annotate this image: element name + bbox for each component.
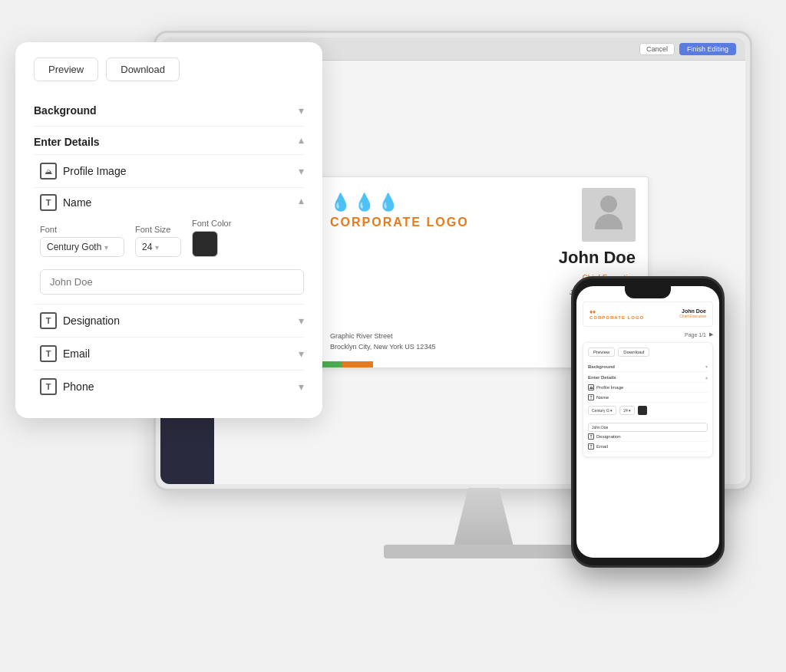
name-chevron-icon: ▾ [299,196,304,209]
profile-image-row[interactable]: ⛰ Profile Image ▾ [34,155,304,188]
phone-name-icon: T [588,394,594,400]
card-avatar [582,188,636,242]
drop-icon-3: 💧 [378,193,398,212]
download-button[interactable]: Download [106,58,180,81]
phone-label: Phone [63,380,94,393]
cancel-button[interactable]: Cancel [639,43,675,55]
phone-panel-header-btns: Preview Download [588,348,708,357]
email-left: T Email [40,345,90,362]
phone-background-chevron-icon: ▾ [705,364,708,369]
phone-font-select[interactable]: Century G ▾ [588,406,616,415]
phone-font-controls: Century G ▾ 24 ▾ [588,406,708,415]
email-row[interactable]: T Email ▾ [34,338,304,371]
name-input[interactable] [40,269,304,295]
font-size-label: Font Size [135,225,181,234]
phone-logo-icons: ♦♦ [590,308,671,315]
phone-background-label: Background [588,364,615,369]
name-left: T Name [40,194,91,211]
enter-details-header[interactable]: Enter Details ▾ [34,127,304,155]
phone-card-right: John Doe Chief Executive [675,308,706,318]
phone-color-swatch[interactable] [638,406,647,415]
background-label: Background [34,104,97,117]
phone-card-left: ♦♦ CORPORATE LOGO [590,308,671,320]
font-size-chevron-icon: ▾ [155,243,159,252]
phone-card-title: Chief Executive [675,314,706,318]
email-icon: T [40,345,57,362]
phone-card-preview: ♦♦ CORPORATE LOGO John Doe Chief Executi… [583,301,713,327]
phone-row[interactable]: T Phone ▾ [34,371,304,403]
bar-orange [342,361,373,367]
phone-designation-row[interactable]: T Designation [588,432,708,442]
font-select[interactable]: Century Goth ▾ [40,237,124,257]
phone-preview-btn[interactable]: Preview [588,348,615,357]
enter-details-chevron-icon: ▾ [299,136,304,148]
monitor-base [384,545,583,558]
phone-profile-label: Profile Image [596,385,623,390]
panel-header-buttons: Preview Download [34,58,304,81]
email-label: Email [63,348,90,360]
font-color-swatch[interactable] [192,231,218,257]
name-section-expanded: T Name ▾ Font Century Goth ▾ Font Size [34,188,304,305]
profile-image-label: Profile Image [63,165,126,177]
phone-logo-text: CORPORATE LOGO [590,315,671,320]
drop-icon-2: 💧 [354,193,375,212]
phone-enter-details-chevron-icon: ▴ [705,374,708,380]
floating-panel: Preview Download Background ▾ Enter Deta… [15,42,322,418]
enter-details-section: Enter Details ▾ ⛰ Profile Image ▾ T Name… [34,127,304,403]
card-name: John Doe [559,248,636,268]
enter-details-label: Enter Details [34,136,100,148]
phone-name-row[interactable]: T Name [588,393,708,403]
font-group: Font Century Goth ▾ [40,225,124,257]
preview-button[interactable]: Preview [34,58,98,81]
phone-profile-icon: ⛰ [588,384,594,390]
phone-notch [625,286,671,298]
phone-icon: T [40,378,57,395]
phone-email-label: Email [596,444,608,449]
phone-chevron-icon: ▾ [299,380,304,393]
phone-content: ♦♦ CORPORATE LOGO John Doe Chief Executi… [576,286,719,558]
profile-image-left: ⛰ Profile Image [40,163,126,180]
font-value: Century Goth [47,242,101,252]
phone-enter-details-row[interactable]: Enter Details ▴ [588,372,708,383]
monitor-action-btns: Cancel Finish Editing [639,43,736,55]
card-left: 💧 💧 💧 CORPORATE LOGO Graphic River Stree… [312,177,494,367]
finish-editing-button[interactable]: Finish Editing [679,43,736,55]
phone-profile-image-row[interactable]: ⛰ Profile Image [588,383,708,393]
phone-email-row[interactable]: T Email [588,442,708,452]
name-expanded-header[interactable]: T Name ▾ [40,194,304,211]
phone-screen: ♦♦ CORPORATE LOGO John Doe Chief Executi… [576,286,719,558]
designation-row[interactable]: T Designation ▾ [34,305,304,338]
profile-image-icon: ⛰ [40,163,57,180]
background-section[interactable]: Background ▾ [34,95,304,127]
font-controls: Font Century Goth ▾ Font Size 24 ▾ Font … [40,219,304,257]
drop-icon-1: 💧 [330,193,351,212]
font-size-group: Font Size 24 ▾ [135,225,181,257]
phone-overlay: ♦♦ CORPORATE LOGO John Doe Chief Executi… [571,276,725,568]
font-size-select[interactable]: 24 ▾ [135,237,181,257]
phone-left: T Phone [40,378,94,395]
phone-size-select[interactable]: 24 ▾ [619,406,635,415]
designation-label: Designation [63,315,120,327]
phone-background-row[interactable]: Background ▾ [588,361,708,372]
phone-page-arrow[interactable]: ▶ [709,331,713,338]
font-color-group: Font Color [192,219,231,257]
designation-icon: T [40,312,57,329]
phone-email-icon: T [588,443,594,450]
phone-download-btn[interactable]: Download [618,348,649,357]
avatar-silhouette [592,196,626,234]
font-select-chevron-icon: ▾ [104,243,108,252]
name-text-icon: T [40,194,57,211]
card-logo-area: 💧 💧 💧 CORPORATE LOGO [330,193,476,229]
phone-card-name: John Doe [675,308,706,314]
name-label: Name [63,196,91,209]
phone-panel: Preview Download Background ▾ Enter Deta… [583,342,713,457]
phone-name-input[interactable] [588,423,708,432]
font-color-label: Font Color [192,219,231,228]
card-address: Graphic River Street Brocklyn City, New … [330,331,476,352]
phone-shell: ♦♦ CORPORATE LOGO John Doe Chief Executi… [571,276,725,568]
phone-designation-label: Designation [596,434,621,439]
phone-enter-details-label: Enter Details [588,375,616,380]
monitor-stand [445,488,522,549]
profile-image-chevron-icon: ▾ [299,165,304,177]
background-chevron-icon: ▾ [299,104,304,117]
